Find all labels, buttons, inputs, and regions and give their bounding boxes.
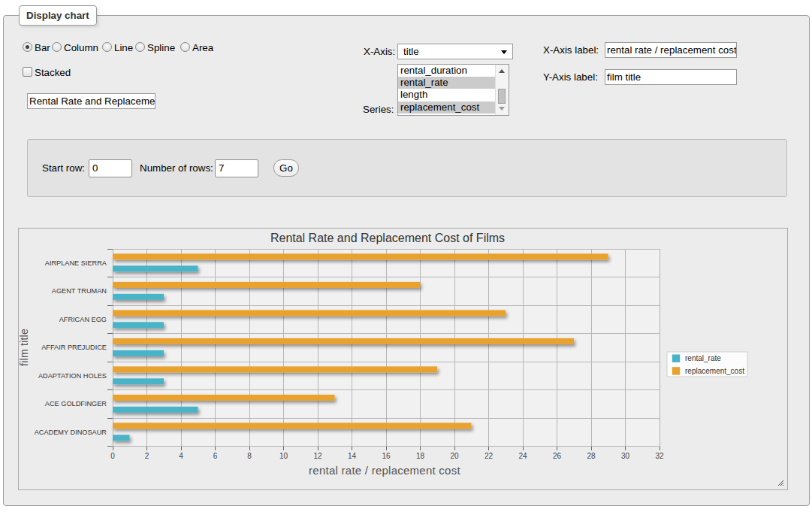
svg-text:14: 14 — [348, 452, 357, 460]
svg-text:0: 0 — [110, 452, 115, 460]
svg-text:ACE GOLDFINGER: ACE GOLDFINGER — [45, 400, 107, 407]
svg-text:rental rate / replacement cost: rental rate / replacement cost — [309, 464, 460, 477]
svg-text:22: 22 — [484, 452, 494, 460]
svg-text:26: 26 — [553, 452, 562, 460]
svg-text:AIRPLANE SIERRA: AIRPLANE SIERRA — [45, 259, 107, 267]
svg-text:replacement_cost: replacement_cost — [685, 367, 744, 375]
svg-text:AFFAIR PREJUDICE: AFFAIR PREJUDICE — [41, 344, 107, 351]
svg-text:6: 6 — [213, 452, 218, 460]
svg-text:8: 8 — [247, 452, 252, 460]
svg-text:24: 24 — [518, 452, 527, 460]
svg-text:rental_rate: rental_rate — [685, 354, 721, 362]
svg-text:4: 4 — [179, 452, 183, 460]
svg-text:Rental Rate and Replacement Co: Rental Rate and Replacement Cost of Film… — [270, 232, 505, 244]
svg-text:film title: film title — [19, 329, 30, 366]
svg-text:28: 28 — [587, 452, 596, 460]
svg-text:2: 2 — [145, 452, 149, 460]
svg-text:20: 20 — [450, 452, 459, 460]
svg-text:10: 10 — [279, 452, 288, 460]
svg-text:16: 16 — [382, 452, 391, 460]
svg-text:AFRICAN EGG: AFRICAN EGG — [59, 316, 107, 323]
svg-text:ACADEMY DINOSAUR: ACADEMY DINOSAUR — [35, 429, 107, 436]
svg-text:32: 32 — [655, 452, 664, 460]
svg-text:12: 12 — [313, 452, 322, 460]
svg-text:18: 18 — [416, 452, 425, 460]
svg-text:AGENT TRUMAN: AGENT TRUMAN — [52, 287, 107, 295]
svg-text:ADAPTATION HOLES: ADAPTATION HOLES — [38, 372, 107, 380]
svg-text:30: 30 — [621, 452, 630, 460]
